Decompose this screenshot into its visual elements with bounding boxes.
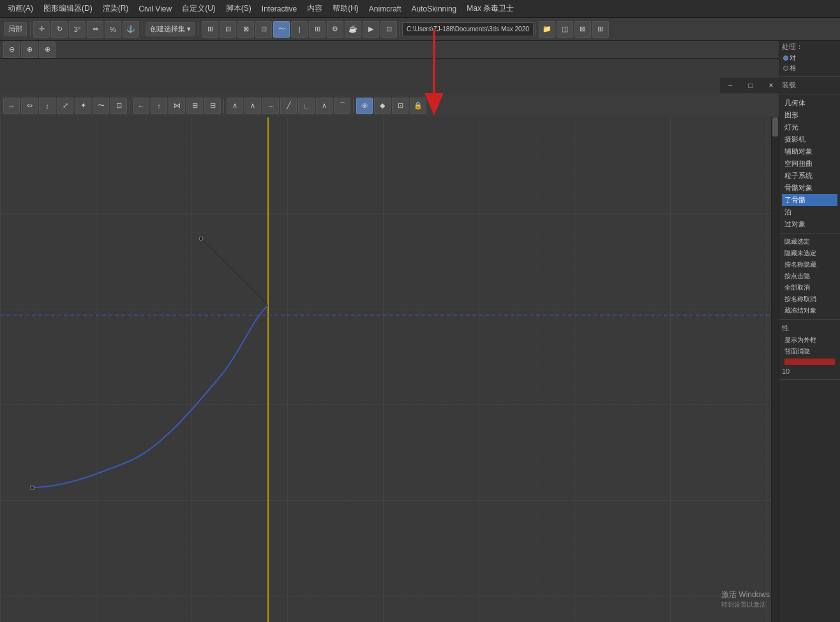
ce-show-keys-btn[interactable]: ◆ <box>374 98 391 114</box>
render-frame-btn[interactable]: ▶ <box>363 21 379 38</box>
rp-category-skeleton[interactable]: 了骨骼 <box>782 194 837 206</box>
rp-number-label: 10 <box>782 366 837 376</box>
rp-display-as-box-btn[interactable]: 显示为外框 <box>782 334 837 346</box>
schematic-btn[interactable]: ⊞ <box>309 21 326 38</box>
menu-script[interactable]: 脚本(S) <box>221 1 257 17</box>
menu-civil-view[interactable]: Civil View <box>133 2 177 16</box>
render-last-btn[interactable]: ⊡ <box>380 21 397 38</box>
ce-add-keys-btn[interactable]: ✦ <box>75 98 91 114</box>
ce-unify-tangents-btn[interactable]: ⊞ <box>186 98 203 114</box>
ce-tangent-type3-btn[interactable]: ⌣ <box>262 98 279 114</box>
rp-hide-by-click-btn[interactable]: 按点击隐 <box>782 270 837 282</box>
reference-coord-dropdown[interactable]: 局部 <box>4 22 27 36</box>
array-btn[interactable]: ⊠ <box>237 21 254 38</box>
ce-tangent-type1-btn[interactable]: ∧ <box>227 98 243 114</box>
ce-tangent-type6-btn[interactable]: ∧ <box>316 98 333 114</box>
ce-sep2 <box>223 99 224 113</box>
named-selection-dropdown[interactable]: 创建选择集 ▾ <box>146 22 195 36</box>
rp-hide-selected-btn[interactable]: 隐藏选定 <box>782 236 837 248</box>
ce-sep3 <box>353 99 354 113</box>
file-browse-btn[interactable]: 📁 <box>539 21 555 38</box>
menu-interactive[interactable]: Interactive <box>257 2 302 16</box>
ce-tangent-type4-btn[interactable]: ╱ <box>280 98 297 114</box>
grid-btn[interactable]: ⊡ <box>255 21 272 38</box>
rp-hide-unselected-btn[interactable]: 隐藏未选定 <box>782 248 837 259</box>
rp-process-option-2: 相 <box>790 64 796 73</box>
rp-category-particles[interactable]: 粒子系统 <box>782 170 837 182</box>
menu-antivirus[interactable]: Max 杀毒卫士 <box>461 1 519 17</box>
rp-category-helpers[interactable]: 辅助对象 <box>782 145 837 158</box>
curve-editor-canvas[interactable] <box>0 117 779 622</box>
render-btn[interactable]: ☕ <box>345 21 361 38</box>
extra-btn2[interactable]: ⊠ <box>574 21 591 38</box>
ce-reduce-keys-btn[interactable]: ⊡ <box>110 98 127 114</box>
menu-graph-editor[interactable]: 图形编辑器(D) <box>38 1 98 17</box>
ce-draw-curves-btn[interactable]: 〜 <box>93 98 109 114</box>
rp-process-radio-1[interactable]: 对 <box>782 53 837 63</box>
main-viewport <box>0 94 779 622</box>
rp-backface-cull-btn[interactable]: 背面消隐 <box>782 346 837 357</box>
curve-editor-btn[interactable]: 〜 <box>273 21 290 38</box>
menu-content[interactable]: 内容 <box>302 1 327 17</box>
scrollbar-thumb[interactable] <box>772 117 778 137</box>
vertical-scrollbar[interactable] <box>771 117 779 622</box>
ce-tangent-type7-btn[interactable]: ⌒ <box>334 98 350 114</box>
mirror-btn[interactable]: ⇔ <box>87 21 103 38</box>
menu-help[interactable]: 帮助(H) <box>327 1 364 17</box>
ce-move-horizontal-btn[interactable]: ← <box>133 98 149 114</box>
rp-load-section: 装载 <box>779 77 840 94</box>
rp-category-geometry[interactable]: 几何体 <box>782 97 837 109</box>
ce-slide-keys-btn[interactable]: ⇔ <box>21 98 38 114</box>
ce-break-tangents-btn[interactable]: ⋈ <box>169 98 185 114</box>
rp-category-shapes[interactable]: 图形 <box>782 109 837 121</box>
ce-tangent-type2-btn[interactable]: ∧ <box>244 98 261 114</box>
menu-render[interactable]: 渲染(R) <box>98 1 134 17</box>
extra-btn3[interactable]: ⊞ <box>592 21 609 38</box>
rp-process-radio-2[interactable]: 相 <box>782 63 837 73</box>
render-setup-btn[interactable]: ⚙ <box>327 21 343 38</box>
dope-sheet-btn[interactable]: | <box>291 21 308 38</box>
rp-unhide-by-name-btn[interactable]: 按名称取消 <box>782 293 837 305</box>
ce-scale-keys-btn[interactable]: ↕ <box>39 98 56 114</box>
minimize-button[interactable]: − <box>720 78 740 93</box>
mirror-2-btn[interactable]: ⊟ <box>220 21 236 38</box>
ce-scale-values-btn[interactable]: ⤢ <box>57 98 73 114</box>
rp-category-cameras[interactable]: 摄影机 <box>782 133 837 145</box>
menu-autoskinning[interactable]: AutoSkinning <box>407 2 462 16</box>
restore-button[interactable]: □ <box>740 78 761 93</box>
close-button[interactable]: × <box>761 78 781 93</box>
select-and-rotate-btn[interactable]: ↻ <box>51 21 68 38</box>
ce-tangent-type5-btn[interactable]: ∟ <box>298 98 315 114</box>
rp-hide-by-name-btn[interactable]: 按名称隐藏 <box>782 259 837 270</box>
align-btn[interactable]: ⊞ <box>202 21 218 38</box>
select-and-move-btn[interactable]: ✛ <box>33 21 50 38</box>
ce-lock-tangents-btn[interactable]: ⊟ <box>204 98 221 114</box>
sub-window-controls: − □ × <box>720 78 781 93</box>
svg-point-5 <box>199 237 203 241</box>
rp-process-option-1: 对 <box>790 54 796 63</box>
extra-btn1[interactable]: ◫ <box>557 21 573 38</box>
ce-move-vertical-btn[interactable]: ↑ <box>151 98 167 114</box>
menu-animcraft[interactable]: Animcraft <box>364 2 407 16</box>
ce-lock-selection-btn[interactable]: ⊡ <box>392 98 409 114</box>
snap-toggle-btn[interactable]: ⚓ <box>123 21 139 38</box>
rp-category-lights[interactable]: 灯光 <box>782 121 837 133</box>
extra2-btn1[interactable]: ⊖ <box>3 41 20 58</box>
rp-category-filter[interactable]: 过对象 <box>782 218 837 230</box>
curve-editor-toolbar: ↔ ⇔ ↕ ⤢ ✦ 〜 ⊡ ← ↑ ⋈ ⊞ ⊟ ∧ ∧ ⌣ ╱ ∟ ∧ ⌒ 👁 … <box>0 94 779 117</box>
rp-category-spacewarps[interactable]: 空间扭曲 <box>782 158 837 170</box>
ce-snap-frames-btn[interactable]: 🔒 <box>410 98 426 114</box>
rp-categories-section: 几何体 图形 灯光 摄影机 辅助对象 空间扭曲 粒子系统 骨骼对象 了骨骼 泊 … <box>779 94 840 233</box>
rp-category-bones[interactable]: 骨骼对象 <box>782 182 837 194</box>
rp-unhide-all-btn[interactable]: 全部取消 <box>782 282 837 293</box>
extra2-btn2[interactable]: ⊕ <box>21 41 38 58</box>
extra2-btn3[interactable]: ⊕ <box>39 41 56 58</box>
menu-animation[interactable]: 动画(A) <box>3 1 38 17</box>
percent-snap-btn[interactable]: % <box>105 21 121 38</box>
ce-move-keys-btn[interactable]: ↔ <box>3 98 20 114</box>
menu-customize[interactable]: 自定义(U) <box>177 1 221 17</box>
ce-show-all-tangents-btn[interactable]: 👁 <box>356 98 373 114</box>
rp-freeze-all-btn[interactable]: 藏冻结对象 <box>782 305 837 316</box>
select-and-scale-btn[interactable]: 3° <box>69 21 86 38</box>
rp-category-dock[interactable]: 泊 <box>782 206 837 218</box>
